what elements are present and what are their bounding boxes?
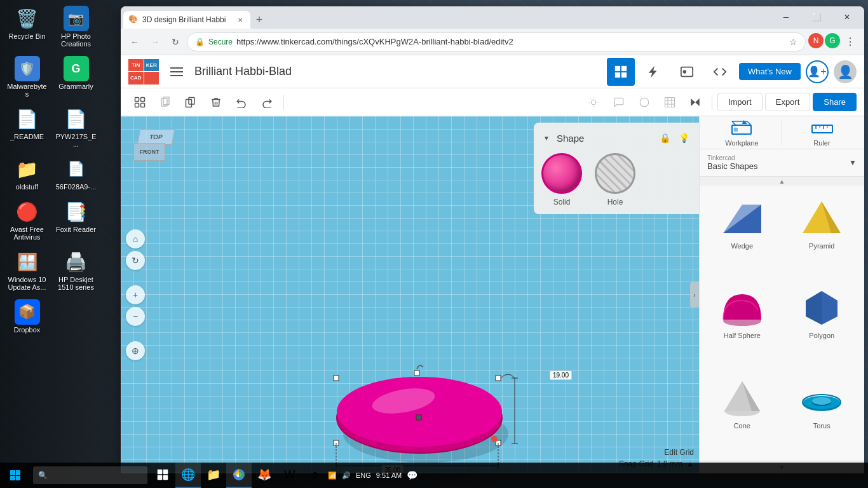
taskbar-chrome-icon[interactable] (226, 463, 252, 488)
simulate-icon (680, 65, 694, 79)
desktop-icon-hp-deskjet[interactable]: 🖨️ HP Deskjet1510 series (52, 247, 100, 294)
zoom-in-button[interactable]: + (126, 285, 145, 304)
taskbar-firefox-icon[interactable]: 🦊 (252, 463, 277, 488)
desktop-icon-foxit[interactable]: 📑 Foxit Reader (52, 196, 100, 243)
taskbar-explorer-icon[interactable]: 📁 (201, 463, 226, 488)
add-user-button[interactable]: 👤+ (806, 60, 829, 83)
view-cube[interactable]: TOP FRONT (132, 129, 177, 173)
taskbar-edge-icon[interactable]: 🌐 (175, 463, 201, 488)
forward-button[interactable]: → (146, 33, 164, 51)
desktop-icon-dropbox[interactable]: 📦 Dropbox (3, 297, 51, 336)
shape-card-polygon[interactable]: Polygon (785, 281, 860, 365)
build-button[interactable] (640, 58, 668, 86)
light-icon (588, 97, 599, 108)
light-tool-button[interactable] (582, 91, 605, 114)
back-button[interactable]: ← (126, 33, 144, 51)
circle-tool-button[interactable] (633, 91, 656, 114)
refresh-button[interactable]: ↻ (166, 33, 184, 51)
shape-card-pyramid[interactable]: Pyramid (785, 191, 860, 276)
taskbar-search[interactable]: 🔍 (33, 466, 147, 484)
ruler-button[interactable]: Ruler (787, 119, 857, 147)
chrome-tab[interactable]: 🎨 3D design Brilliant Habbi ✕ (123, 11, 250, 29)
desktop-icon-grammarly[interactable]: G Grammarly (52, 53, 100, 100)
copy-tool-button[interactable] (154, 91, 177, 114)
user-avatar[interactable]: 👤 (834, 60, 857, 83)
grid-tool-button[interactable] (658, 91, 681, 114)
minimize-button[interactable]: ─ (771, 8, 801, 26)
start-button[interactable] (0, 463, 31, 488)
viewport[interactable]: TOP FRONT ⌂ ↻ + − (121, 116, 699, 473)
taskbar-clock[interactable]: 9:51 AM (376, 471, 402, 479)
desktop-icon-malwarebytes[interactable]: 🛡️ Malwarebytes (3, 53, 51, 100)
code-button[interactable] (706, 58, 734, 86)
taskbar-volume-icon[interactable]: 🔊 (342, 471, 351, 480)
shape-card-cone[interactable]: Cone (705, 371, 780, 456)
desktop-icon-pyw[interactable]: 📄 PYW217S_E... (52, 104, 100, 151)
select-tool-button[interactable] (128, 91, 151, 114)
view-button[interactable] (607, 58, 635, 86)
comment-tool-button[interactable] (607, 91, 630, 114)
maximize-button[interactable]: ⬜ (802, 8, 831, 26)
desktop-icon-56f[interactable]: 📄 56F028A9-... (52, 154, 100, 193)
sidebar-expand-button[interactable]: › (690, 282, 699, 308)
bookmark-star-icon[interactable]: ☆ (789, 37, 797, 47)
redo-tool-button[interactable] (255, 91, 278, 114)
win-cell-3 (10, 476, 15, 481)
new-tab-button[interactable]: + (250, 11, 268, 29)
undo-tool-button[interactable] (230, 91, 253, 114)
duplicate-tool-button[interactable] (179, 91, 202, 114)
cone-svg (720, 378, 764, 416)
home-view-button[interactable]: ⌂ (126, 229, 145, 248)
svg-rect-21 (665, 97, 674, 107)
desktop-icon-avast[interactable]: 🔴 Avast FreeAntivirus (3, 196, 51, 243)
shape-card-torus[interactable]: Torus (785, 371, 860, 456)
info-icon[interactable]: 💡 (676, 130, 691, 146)
ext-icon-2[interactable]: G (825, 33, 840, 48)
taskbar-ie-icon[interactable]: e (302, 463, 328, 488)
malwarebytes-label: Malwarebytes (6, 83, 48, 98)
solid-shape-option[interactable]: Solid (541, 153, 582, 207)
tab-close-button[interactable]: ✕ (235, 15, 245, 25)
share-button[interactable]: Share (813, 93, 857, 111)
file-explorer-icon: 📁 (207, 468, 220, 482)
taskbar-notification-icon[interactable]: 💬 (407, 470, 417, 480)
tc-menu-button[interactable] (166, 62, 187, 82)
desktop-icon-oldstuff[interactable]: 📁 oldstuff (3, 154, 51, 193)
delete-tool-button[interactable] (205, 91, 227, 114)
rotate-view-button[interactable]: ↻ (126, 251, 145, 270)
edit-grid-button[interactable]: Edit Grid (664, 448, 694, 457)
tinkercad-logo[interactable]: TIN KER CAD (128, 59, 159, 85)
mirror-tool-button[interactable] (684, 91, 707, 114)
desktop-icon-hp-photo[interactable]: 📷 HP PhotoCreations (52, 3, 100, 50)
import-button[interactable]: Import (717, 93, 763, 111)
hole-shape-option[interactable]: Hole (595, 153, 635, 207)
hp-deskjet-icon: 🖨️ (64, 249, 89, 274)
desktop-icon-readme[interactable]: 📄 _README (3, 104, 51, 151)
task-view-button[interactable] (150, 463, 175, 488)
chrome-menu-button[interactable]: ⋮ (841, 33, 859, 51)
taskbar-network-icon[interactable]: 📶 (328, 471, 337, 480)
scroll-up-arrow-icon: ▲ (779, 178, 785, 185)
scroll-up-button[interactable]: ▲ (700, 177, 864, 186)
compass-button[interactable]: ⊕ (126, 341, 145, 360)
shape-card-wedge[interactable]: Wedge (705, 191, 780, 276)
ext-icon-1[interactable]: N (808, 33, 824, 48)
zoom-out-button[interactable]: − (126, 307, 145, 326)
shapes-dropdown[interactable]: Tinkercad Basic Shapes ▼ (700, 149, 864, 177)
shape-panel-collapse[interactable]: ▼ (541, 133, 552, 143)
taskbar-language-label[interactable]: ENG (356, 471, 371, 479)
shape-card-half-sphere[interactable]: Half Sphere (705, 281, 780, 365)
close-button[interactable]: ✕ (832, 8, 862, 26)
export-button[interactable]: Export (765, 93, 811, 111)
taskbar-word-icon[interactable]: W (277, 463, 302, 488)
canvas-object-container[interactable]: 35.00 19.00 (299, 307, 553, 473)
simulate-button[interactable] (673, 58, 701, 86)
toolbar-right: Import Export Share (582, 91, 857, 114)
desktop-icon-recycle-bin[interactable]: 🗑️ Recycle Bin (3, 3, 51, 50)
desktop-icon-windows10[interactable]: 🪟 Windows 10Update As... (3, 247, 51, 294)
workplane-button[interactable]: Workplane (707, 119, 776, 147)
whats-new-button[interactable]: What's New (739, 63, 801, 80)
address-bar[interactable]: 🔒 Secure https://www.tinkercad.com/thing… (187, 32, 806, 51)
edge-icon: 🌐 (181, 468, 195, 482)
lock-icon[interactable]: 🔒 (657, 130, 672, 146)
